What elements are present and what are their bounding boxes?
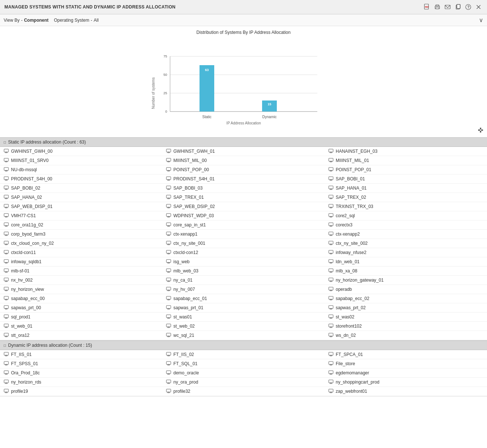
list-item[interactable]: ctx_ny_site_001 [162, 239, 325, 248]
list-item[interactable]: SAP_HANA_01 [325, 184, 487, 193]
list-item[interactable]: PRODINST_S4H_01 [162, 174, 325, 184]
list-item[interactable]: ctx-xenapp1 [162, 230, 325, 239]
list-item[interactable]: sapabap_ecc_02 [325, 294, 487, 303]
list-item[interactable]: FT_IIS_01 [0, 350, 162, 359]
list-item[interactable]: isg_web [162, 257, 325, 267]
list-item[interactable]: GWHINST_GWH_00 [0, 147, 162, 156]
list-item[interactable]: NU-db-mssql [0, 165, 162, 174]
list-item[interactable]: GWHINST_GWH_01 [162, 147, 325, 156]
list-item[interactable]: ctx_ny_site_002 [325, 239, 487, 248]
list-item[interactable]: ny_horizon_gateway_01 [325, 276, 487, 285]
list-item[interactable]: FT_SPSS_01 [0, 359, 162, 368]
collapse-button[interactable]: ✜ [478, 126, 483, 134]
list-item[interactable]: sapabap_ecc_01 [162, 294, 325, 303]
list-item[interactable]: infoway_sqldb1 [0, 257, 162, 267]
list-item[interactable]: sapwas_prt_00 [0, 303, 162, 313]
list-item[interactable]: VMH77-CS1 [0, 211, 162, 221]
list-item[interactable]: mlb_web_03 [162, 267, 325, 276]
list-item[interactable]: SAP_BOBI_03 [162, 184, 325, 193]
list-item[interactable]: sql_prod1 [0, 313, 162, 322]
list-item[interactable]: core2_sql [325, 211, 487, 221]
list-item[interactable]: core_sap_in_st1 [162, 221, 325, 230]
list-item[interactable]: ws_dn_02 [325, 331, 487, 340]
list-item[interactable]: egdemomanager [325, 368, 487, 378]
list-item[interactable]: SAP_HANA_02 [0, 193, 162, 202]
list-item[interactable]: WDPINST_WDP_03 [162, 211, 325, 221]
list-item[interactable]: MIIINST_01_SRV0 [0, 156, 162, 165]
list-item[interactable]: nx_hv_002 [0, 276, 162, 285]
list-item[interactable]: FT_IIS_02 [162, 350, 325, 359]
list-item[interactable]: ctx_cloud_con_ny_02 [0, 239, 162, 248]
list-item[interactable]: ny_shoppingcart_prod [325, 378, 487, 387]
list-item[interactable]: FT_SPCA_01 [325, 350, 487, 359]
list-item[interactable]: SAP_BOBI_01 [325, 174, 487, 184]
list-item[interactable]: FT_SQL_01 [162, 359, 325, 368]
list-item[interactable]: corp_byod_farm3 [0, 230, 162, 239]
list-item[interactable]: sapwas_prt_01 [162, 303, 325, 313]
list-item[interactable]: PRODINST_S4H_00 [0, 174, 162, 184]
list-item[interactable]: SAP_BOBI_02 [0, 184, 162, 193]
system-icon [166, 167, 171, 173]
component-label: Component [24, 18, 49, 23]
list-item[interactable]: SAP_TREX_02 [325, 193, 487, 202]
list-item[interactable]: st_web_02 [162, 322, 325, 331]
list-item[interactable]: st_was02 [325, 313, 487, 322]
list-item[interactable]: st_web_01 [0, 322, 162, 331]
svg-rect-128 [167, 299, 170, 300]
list-item[interactable]: TRXINST_TRX_03 [325, 202, 487, 211]
list-item[interactable]: mlb-sf-01 [0, 267, 162, 276]
system-icon [4, 240, 9, 246]
chart-title: Distribution of Systems By IP Address Al… [7, 30, 480, 35]
list-item[interactable]: storefront102 [325, 322, 487, 331]
list-item[interactable]: profile19 [0, 387, 162, 396]
list-item[interactable]: ny_hv_007 [162, 285, 325, 294]
list-item[interactable]: ny_ora_prod [162, 378, 325, 387]
list-item[interactable]: SAP_WEB_DISP_01 [0, 202, 162, 211]
print-icon[interactable] [433, 3, 441, 11]
close-icon[interactable] [474, 3, 483, 11]
list-item[interactable]: operadb [325, 285, 487, 294]
email-icon[interactable] [444, 3, 452, 11]
list-item[interactable]: ldn_web_01 [325, 257, 487, 267]
list-item[interactable]: File_store [325, 359, 487, 368]
list-item[interactable]: ctx-xenapp2 [325, 230, 487, 239]
item-label: core2_sql [336, 213, 355, 218]
list-item[interactable]: MIIINST_MIL_01 [325, 156, 487, 165]
svg-rect-74 [167, 216, 170, 217]
list-item[interactable]: zap_webfront01 [325, 387, 487, 396]
list-item[interactable]: POINST_POP_00 [162, 165, 325, 174]
list-item[interactable]: infoway_nfuse2 [325, 248, 487, 257]
item-label: FT_SQL_01 [173, 361, 197, 366]
list-item[interactable]: MIIINST_MIL_00 [162, 156, 325, 165]
list-item[interactable]: HANAINST_EGH_03 [325, 147, 487, 156]
static-toggle-icon[interactable]: □ [4, 140, 6, 144]
list-item[interactable]: sapwas_prt_02 [325, 303, 487, 313]
list-item[interactable]: SAP_TREX_01 [162, 193, 325, 202]
copy-icon[interactable] [454, 3, 462, 11]
list-item[interactable]: wc_sql_21 [162, 331, 325, 340]
help-icon[interactable]: ? [464, 3, 472, 11]
list-item[interactable]: core_ora11g_02 [0, 221, 162, 230]
list-item[interactable]: ctxcld-con12 [162, 248, 325, 257]
list-item[interactable]: demo_oracle [162, 368, 325, 378]
list-item[interactable]: Ora_Prod_18c [0, 368, 162, 378]
svg-rect-48 [5, 180, 7, 180]
expand-dropdown[interactable]: ∨ [479, 17, 483, 24]
list-item[interactable]: profile32 [162, 387, 325, 396]
list-item[interactable]: mlb_xa_08 [325, 267, 487, 276]
list-item[interactable]: stt_ora12 [0, 331, 162, 340]
dynamic-toggle-icon[interactable]: □ [4, 343, 6, 348]
list-item[interactable]: ny_ca_01 [162, 276, 325, 285]
list-item[interactable]: st_was01 [162, 313, 325, 322]
pdf-icon[interactable]: PDF [423, 3, 431, 11]
item-label: zap_webfront01 [336, 389, 367, 394]
list-item[interactable]: POINST_POP_01 [325, 165, 487, 174]
list-item[interactable]: ny_horizon_view [0, 285, 162, 294]
item-label: SAP_WEB_DSIP_02 [173, 204, 215, 209]
list-item[interactable]: sapabap_ecc_00 [0, 294, 162, 303]
list-item[interactable]: ctxcld-con11 [0, 248, 162, 257]
svg-text:?: ? [467, 5, 470, 9]
list-item[interactable]: SAP_WEB_DSIP_02 [162, 202, 325, 211]
list-item[interactable]: corectx3 [325, 221, 487, 230]
list-item[interactable]: ny_horizon_rds [0, 378, 162, 387]
